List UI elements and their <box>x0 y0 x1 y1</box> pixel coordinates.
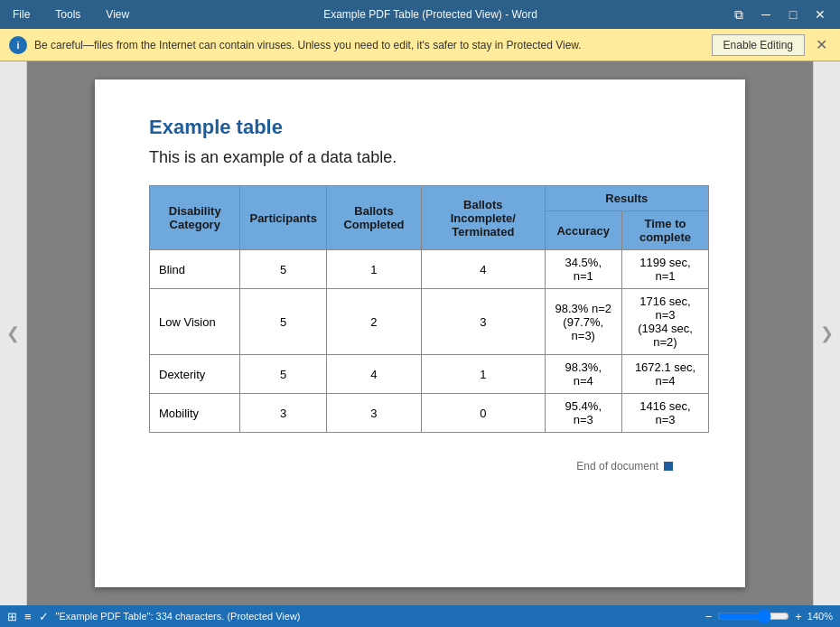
col-header-completed: Ballots Completed <box>326 186 421 250</box>
maximize-button[interactable]: □ <box>780 2 806 27</box>
document-page: Example table This is an example of a da… <box>95 80 745 587</box>
right-arrow-icon[interactable]: ❯ <box>820 323 834 343</box>
table-row: Blind 5 1 4 34.5%, n=1 1199 sec, n=1 <box>150 250 709 289</box>
col-header-accuracy: Accuracy <box>545 211 621 250</box>
cell-participants: 3 <box>240 394 326 433</box>
window-title: Example PDF Table (Protected View) - Wor… <box>135 8 726 21</box>
data-table: Disability Category Participants Ballots… <box>149 185 709 433</box>
document-area: Example table This is an example of a da… <box>27 61 813 605</box>
left-nav[interactable]: ❮ <box>0 61 27 605</box>
doc-stats-icon[interactable]: ≡ <box>24 610 32 623</box>
menu-bar: File Tools View <box>7 5 135 24</box>
cell-time: 1199 sec, n=1 <box>621 250 708 289</box>
cell-time: 1672.1 sec, n=4 <box>621 355 708 394</box>
cell-accuracy: 98.3% n=2(97.7%, n=3) <box>545 289 621 355</box>
enable-editing-button[interactable]: Enable Editing <box>712 34 805 56</box>
cell-completed: 2 <box>326 289 421 355</box>
menu-file[interactable]: File <box>7 5 35 24</box>
menu-view[interactable]: View <box>100 5 135 24</box>
doc-info: "Example PDF Table": 334 characters. (Pr… <box>56 611 301 622</box>
layout-icon[interactable]: ⊞ <box>7 610 17 623</box>
review-icon[interactable]: ✓ <box>39 610 49 623</box>
title-bar: File Tools View Example PDF Table (Prote… <box>0 0 840 29</box>
cell-category: Low Vision <box>150 289 240 355</box>
document-title: Example table <box>149 116 691 139</box>
zoom-in-icon[interactable]: + <box>795 610 802 623</box>
cell-incomplete: 1 <box>422 355 546 394</box>
cell-accuracy: 34.5%, n=1 <box>545 250 621 289</box>
cell-incomplete: 0 <box>422 394 546 433</box>
col-header-participants: Participants <box>240 186 326 250</box>
table-row: Low Vision 5 2 3 98.3% n=2(97.7%, n=3) 1… <box>150 289 709 355</box>
info-icon: i <box>9 36 27 54</box>
end-of-doc-label: End of document <box>576 460 658 473</box>
protected-message: Be careful—files from the Internet can c… <box>34 39 705 51</box>
cell-incomplete: 3 <box>422 289 546 355</box>
cell-completed: 3 <box>326 394 421 433</box>
protected-bar-close-button[interactable]: ✕ <box>812 36 831 53</box>
document-subtitle: This is an example of a data table. <box>149 148 691 167</box>
end-of-document: End of document <box>149 460 691 473</box>
cell-category: Blind <box>150 250 240 289</box>
cell-incomplete: 4 <box>422 250 546 289</box>
zoom-level[interactable]: 140% <box>807 611 833 622</box>
cell-accuracy: 98.3%, n=4 <box>545 355 621 394</box>
restore-button[interactable]: ⧉ <box>726 2 751 27</box>
status-left: ⊞ ≡ ✓ "Example PDF Table": 334 character… <box>7 610 301 623</box>
cell-participants: 5 <box>240 250 326 289</box>
table-row: Dexterity 5 4 1 98.3%, n=4 1672.1 sec, n… <box>150 355 709 394</box>
cell-completed: 4 <box>326 355 421 394</box>
col-header-incomplete: Ballots Incomplete/ Terminated <box>422 186 546 250</box>
window-controls: ⧉ ─ □ ✕ <box>726 2 833 27</box>
minimize-button[interactable]: ─ <box>753 2 779 27</box>
menu-tools[interactable]: Tools <box>50 5 86 24</box>
left-arrow-icon[interactable]: ❮ <box>6 323 20 343</box>
col-header-time: Time to complete <box>621 211 708 250</box>
status-bar: ⊞ ≡ ✓ "Example PDF Table": 334 character… <box>0 605 840 627</box>
cell-accuracy: 95.4%, n=3 <box>545 394 621 433</box>
table-row: Mobility 3 3 0 95.4%, n=3 1416 sec, n=3 <box>150 394 709 433</box>
right-nav[interactable]: ❯ <box>813 61 840 605</box>
cell-category: Mobility <box>150 394 240 433</box>
main-area: ❮ Example table This is an example of a … <box>0 61 840 605</box>
cell-time: 1716 sec, n=3(1934 sec, n=2) <box>621 289 708 355</box>
cell-participants: 5 <box>240 289 326 355</box>
cell-completed: 1 <box>326 250 421 289</box>
cell-time: 1416 sec, n=3 <box>621 394 708 433</box>
zoom-slider[interactable] <box>717 609 789 623</box>
col-header-category: Disability Category <box>150 186 240 250</box>
protected-view-bar: i Be careful—files from the Internet can… <box>0 29 840 61</box>
close-button[interactable]: ✕ <box>807 2 833 27</box>
col-header-results: Results <box>545 186 708 211</box>
end-marker-icon <box>664 462 673 471</box>
cell-participants: 5 <box>240 355 326 394</box>
cell-category: Dexterity <box>150 355 240 394</box>
zoom-out-icon[interactable]: − <box>705 610 713 623</box>
status-right: − + 140% <box>705 609 833 623</box>
